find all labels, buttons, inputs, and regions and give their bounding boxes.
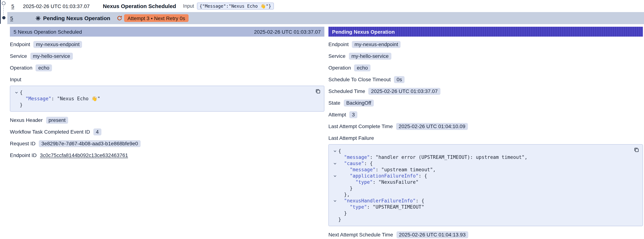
field-row: Endpointmy-nexus-endpoint [10, 40, 324, 48]
field-label: Operation [328, 65, 351, 71]
pending-panel-body: Endpointmy-nexus-endpointServicemy-hello… [328, 36, 643, 239]
collapse-chevron-icon[interactable] [332, 198, 338, 204]
event-id-link[interactable]: 5 [11, 3, 14, 9]
code-gutter [332, 185, 338, 192]
field-row: Operationecho [328, 64, 643, 72]
code-line: } [332, 210, 630, 216]
code-line: "message": "handler error (UPSTREAM_TIME… [332, 154, 630, 160]
field-label: Operation [10, 65, 32, 71]
pending-panel-footer-fields: Next Attempt Schedule Time2025-02-26 UTC… [328, 230, 643, 239]
field-value-chip: echo [36, 64, 52, 71]
field-row: Endpointmy-nexus-endpoint [328, 40, 643, 48]
code-text: }, [338, 192, 350, 198]
failure-code-lines: { "message": "handler error (UPSTREAM_TI… [332, 148, 630, 222]
code-gutter [13, 102, 20, 108]
field-value-chip: 2025-02-26 UTC 01:04:10.09 [396, 123, 468, 130]
field-row: Nexus Headerpresent [10, 116, 324, 124]
input-code-lines: { "Message": "Nexus Echo 👋"} [13, 89, 312, 108]
attempt-retry-badge: Attempt 3 • Next Retry 0s [124, 14, 188, 22]
field-label: Workflow Task Completed Event ID [10, 129, 90, 135]
pending-id-link[interactable]: 5 [10, 15, 13, 21]
code-line: "message": "upstream timeout", [332, 166, 630, 173]
field-value-chip: BackingOff [344, 99, 374, 106]
code-gutter [332, 179, 338, 185]
field-label: Attempt [328, 112, 346, 118]
event-input-chip: {"Message":"Nexus Echo 👋"} [197, 2, 274, 10]
retry-icon [117, 15, 122, 21]
last-attempt-failure-label: Last Attempt Failure [328, 134, 643, 142]
code-gutter [13, 96, 20, 102]
code-gutter [332, 204, 338, 210]
field-label: Scheduled Time [328, 88, 365, 94]
copy-button[interactable] [315, 88, 321, 94]
code-text: { [338, 148, 341, 154]
field-value-chip: my-hello-service [349, 52, 391, 60]
scheduled-panel-fields: Endpointmy-nexus-endpointServicemy-hello… [10, 40, 324, 72]
pending-operation-panel: Pending Nexus Operation Endpointmy-nexus… [328, 27, 643, 239]
field-row: Next Attempt Schedule Time2025-02-26 UTC… [328, 230, 643, 239]
code-line: { [13, 89, 312, 96]
field-value-chip: 4 [93, 128, 102, 135]
field-value-chip: 2025-02-26 UTC 01:04:13.93 [396, 231, 468, 238]
collapse-chevron-icon[interactable] [332, 148, 338, 154]
pending-panel-fields: Endpointmy-nexus-endpointServicemy-hello… [328, 40, 643, 130]
code-line: } [332, 216, 630, 222]
code-line: "cause": { [332, 160, 630, 166]
field-label: Endpoint [328, 41, 349, 47]
field-row: Servicemy-hello-service [10, 52, 324, 60]
pending-panel-header: Pending Nexus Operation [328, 27, 643, 36]
code-text: } [20, 102, 23, 108]
failure-code-block: { "message": "handler error (UPSTREAM_TI… [328, 144, 643, 226]
input-code-block: { "Message": "Nexus Echo 👋"} [10, 86, 324, 112]
code-text: "message": "upstream timeout", [338, 166, 436, 173]
detail-panels: 5 Nexus Operation Scheduled 2025-02-26 U… [10, 27, 643, 239]
pending-title: Pending Nexus Operation [43, 15, 110, 21]
field-row: Endpoint ID3c0c75ccfa8144b092c13ce632463… [10, 151, 324, 159]
code-line: "applicationFailureInfo": { [332, 173, 630, 179]
code-gutter [332, 154, 338, 160]
field-label: Endpoint ID [10, 152, 36, 158]
collapse-chevron-icon[interactable] [332, 160, 338, 166]
field-label: Next Attempt Schedule Time [328, 232, 393, 238]
field-value-chip: 3e829b7e-7d67-4b08-aad3-b1e868bfe9e0 [39, 140, 140, 147]
code-line: } [13, 102, 312, 108]
field-value-chip: my-nexus-endpoint [34, 41, 82, 48]
field-label: Service [10, 53, 27, 59]
timeline-active-line [0, 0, 1, 24]
field-row: Last Attempt Complete Time2025-02-26 UTC… [328, 122, 643, 130]
code-text: } [338, 185, 352, 192]
code-gutter [332, 166, 338, 173]
code-line: "type": "UPSTREAM_TIMEOUT" [332, 204, 630, 210]
field-row: Schedule To Close Timeout0s [328, 76, 643, 84]
scheduled-panel-header: 5 Nexus Operation Scheduled 2025-02-26 U… [10, 27, 324, 36]
code-text: } [338, 210, 347, 216]
field-row: Scheduled Time2025-02-26 UTC 01:03:37.07 [328, 87, 643, 95]
pending-panel-title: Pending Nexus Operation [332, 29, 395, 34]
event-input-label: Input [183, 3, 194, 9]
scheduled-panel-body: Endpointmy-nexus-endpointServicemy-hello… [10, 36, 324, 159]
field-value-link[interactable]: 3c0c75ccfa8144b092c13ce632463761 [40, 152, 128, 158]
field-label: Last Attempt Complete Time [328, 123, 393, 129]
field-label: Request ID [10, 140, 36, 146]
code-text: "nexusHandlerFailureInfo": { [338, 198, 424, 204]
field-value-chip: 0s [394, 76, 404, 83]
event-row-nexus-operation-scheduled[interactable]: 5 2025-02-26 UTC 01:03:37.07 Nexus Opera… [7, 0, 644, 12]
collapse-chevron-icon[interactable] [13, 89, 20, 96]
field-value-chip: echo [354, 64, 370, 71]
field-label: Nexus Header [10, 117, 43, 123]
timeline-start-circle-icon [2, 2, 6, 5]
code-text: "cause": { [338, 160, 373, 166]
pending-asterisk-icon [36, 16, 41, 21]
collapse-chevron-icon[interactable] [332, 173, 338, 179]
field-row: Attempt3 [328, 110, 643, 118]
field-value-chip: my-nexus-endpoint [352, 41, 401, 48]
scheduled-panel-timestamp: 2025-02-26 UTC 01:03:37.07 [254, 29, 321, 34]
pending-operation-row[interactable]: 5 Pending Nexus Operation Attempt 3 • Ne… [7, 12, 644, 24]
field-label: Schedule To Close Timeout [328, 76, 391, 82]
copy-button[interactable] [634, 147, 639, 152]
event-title: Nexus Operation Scheduled [103, 3, 176, 9]
field-label: State [328, 100, 340, 106]
code-line: "nexusHandlerFailureInfo": { [332, 198, 630, 204]
timeline-dashed-connector [3, 6, 4, 15]
code-text: "Message": "Nexus Echo 👋" [20, 96, 100, 102]
